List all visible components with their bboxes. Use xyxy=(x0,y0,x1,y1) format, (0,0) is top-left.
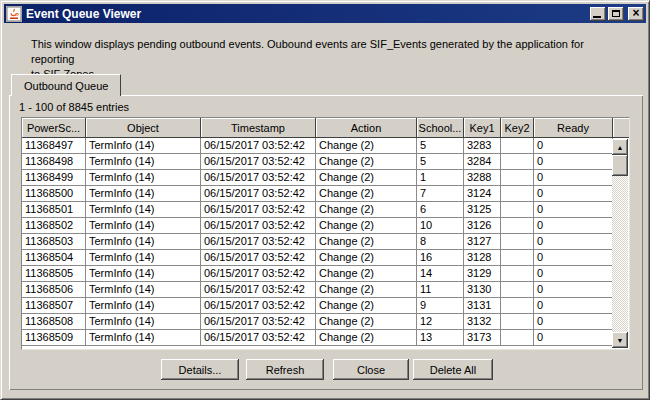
cell: 3126 xyxy=(464,218,501,234)
cell: TermInfo (14) xyxy=(86,314,201,330)
cell: 06/15/2017 03:52:42 xyxy=(201,154,316,170)
cell: 0 xyxy=(534,266,613,282)
cell: 3129 xyxy=(464,266,501,282)
cell: 06/15/2017 03:52:42 xyxy=(201,218,316,234)
column-header-action[interactable]: Action xyxy=(316,118,417,138)
cell xyxy=(501,330,534,346)
cell: Change (2) xyxy=(316,330,417,346)
table-row[interactable]: 11368506TermInfo (14)06/15/2017 03:52:42… xyxy=(22,282,629,298)
cell: TermInfo (14) xyxy=(86,170,201,186)
table-row[interactable]: 11368501TermInfo (14)06/15/2017 03:52:42… xyxy=(22,202,629,218)
cell: 0 xyxy=(534,330,613,346)
close-button[interactable]: × xyxy=(628,7,644,21)
java-coffee-cup-icon xyxy=(6,6,22,22)
refresh-button[interactable]: Refresh xyxy=(246,359,324,380)
cell xyxy=(501,202,534,218)
cell xyxy=(501,154,534,170)
table-row[interactable]: 11368497TermInfo (14)06/15/2017 03:52:42… xyxy=(22,138,629,154)
column-header-ready[interactable]: Ready xyxy=(534,118,613,138)
cell: 5 xyxy=(417,154,464,170)
minimize-button[interactable] xyxy=(590,7,606,21)
table-row[interactable]: 11368508TermInfo (14)06/15/2017 03:52:42… xyxy=(22,314,629,330)
event-queue-viewer-window: Event Queue Viewer × This window display… xyxy=(0,0,650,400)
delete-all-button[interactable]: Delete All xyxy=(413,359,493,380)
cell: 0 xyxy=(534,298,613,314)
table-row[interactable]: 11368500TermInfo (14)06/15/2017 03:52:42… xyxy=(22,186,629,202)
table-row[interactable]: 11368509TermInfo (14)06/15/2017 03:52:42… xyxy=(22,330,629,346)
cell: 16 xyxy=(417,250,464,266)
cell: TermInfo (14) xyxy=(86,298,201,314)
table-row[interactable]: 11368507TermInfo (14)06/15/2017 03:52:42… xyxy=(22,298,629,314)
column-header-powersc[interactable]: PowerSc... xyxy=(22,118,86,138)
maximize-icon xyxy=(612,10,620,17)
scroll-up-button[interactable]: ▲ xyxy=(612,139,628,155)
table-row[interactable]: 11368504TermInfo (14)06/15/2017 03:52:42… xyxy=(22,250,629,266)
cell: 0 xyxy=(534,282,613,298)
table-row[interactable]: 11368499TermInfo (14)06/15/2017 03:52:42… xyxy=(22,170,629,186)
cell: 0 xyxy=(534,250,613,266)
cell: 10 xyxy=(417,218,464,234)
close-dialog-button[interactable]: Close xyxy=(333,359,409,380)
cell: 11368509 xyxy=(22,330,86,346)
cell: 06/15/2017 03:52:42 xyxy=(201,266,316,282)
cell: 3288 xyxy=(464,170,501,186)
cell: 6 xyxy=(417,202,464,218)
cell: 1 xyxy=(417,170,464,186)
cell: Change (2) xyxy=(316,138,417,154)
cell xyxy=(501,314,534,330)
cell xyxy=(501,186,534,202)
column-header-key1[interactable]: Key1 xyxy=(464,118,501,138)
cell: TermInfo (14) xyxy=(86,330,201,346)
cell xyxy=(501,250,534,266)
cell: 06/15/2017 03:52:42 xyxy=(201,314,316,330)
close-icon: × xyxy=(632,8,639,18)
cell: 0 xyxy=(534,202,613,218)
cell xyxy=(501,298,534,314)
cell: 11368501 xyxy=(22,202,86,218)
cell: 7 xyxy=(417,186,464,202)
table-header-row: PowerSc...ObjectTimestampActionSchool...… xyxy=(22,118,629,138)
cell: TermInfo (14) xyxy=(86,154,201,170)
table-body: 11368497TermInfo (14)06/15/2017 03:52:42… xyxy=(22,138,629,346)
table-row[interactable]: 11368503TermInfo (14)06/15/2017 03:52:42… xyxy=(22,234,629,250)
cell: TermInfo (14) xyxy=(86,234,201,250)
cell: 06/15/2017 03:52:42 xyxy=(201,186,316,202)
cell xyxy=(501,218,534,234)
cell: Change (2) xyxy=(316,266,417,282)
scrollbar-thumb[interactable] xyxy=(612,155,628,176)
column-header-filler xyxy=(613,118,629,138)
table-row[interactable]: 11368498TermInfo (14)06/15/2017 03:52:42… xyxy=(22,154,629,170)
cell: 3132 xyxy=(464,314,501,330)
scroll-down-button[interactable]: ▼ xyxy=(612,332,628,348)
scroll-up-icon: ▲ xyxy=(617,144,624,151)
column-header-school[interactable]: School... xyxy=(417,118,464,138)
tab-outbound-queue[interactable]: Outbound Queue xyxy=(11,74,121,96)
cell: 3130 xyxy=(464,282,501,298)
cell: 06/15/2017 03:52:42 xyxy=(201,282,316,298)
cell: 11368500 xyxy=(22,186,86,202)
cell: TermInfo (14) xyxy=(86,266,201,282)
column-header-key2[interactable]: Key2 xyxy=(501,118,534,138)
cell: 3131 xyxy=(464,298,501,314)
cell: 06/15/2017 03:52:42 xyxy=(201,202,316,218)
cell: 0 xyxy=(534,218,613,234)
titlebar: Event Queue Viewer × xyxy=(4,4,646,23)
cell: TermInfo (14) xyxy=(86,202,201,218)
cell: 06/15/2017 03:52:42 xyxy=(201,170,316,186)
table-row[interactable]: 11368505TermInfo (14)06/15/2017 03:52:42… xyxy=(22,266,629,282)
cell: 11368505 xyxy=(22,266,86,282)
table-row[interactable]: 11368502TermInfo (14)06/15/2017 03:52:42… xyxy=(22,218,629,234)
cell: Change (2) xyxy=(316,218,417,234)
details-button[interactable]: Details... xyxy=(161,359,239,380)
cell xyxy=(501,138,534,154)
cell: 06/15/2017 03:52:42 xyxy=(201,330,316,346)
maximize-button[interactable] xyxy=(608,7,624,21)
cell: 3127 xyxy=(464,234,501,250)
minimize-icon xyxy=(593,16,601,18)
cell: 0 xyxy=(534,234,613,250)
cell: 11368508 xyxy=(22,314,86,330)
column-header-object[interactable]: Object xyxy=(86,118,201,138)
column-header-timestamp[interactable]: Timestamp xyxy=(201,118,316,138)
vertical-scrollbar[interactable]: ▲ ▼ xyxy=(612,139,628,348)
cell: Change (2) xyxy=(316,186,417,202)
